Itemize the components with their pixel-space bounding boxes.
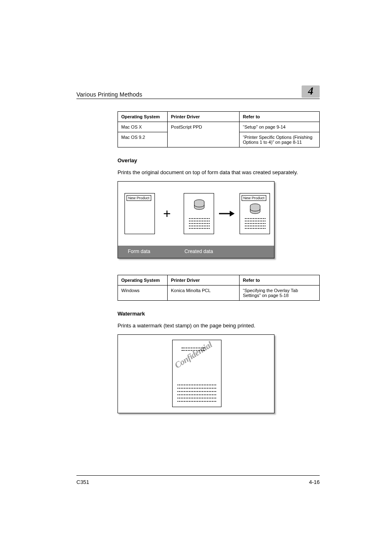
td-driver: Konica Minolta PCL: [168, 285, 240, 300]
footer-left: C351: [76, 479, 89, 485]
td-os: Mac OS 9.2: [118, 132, 168, 147]
td-os: Windows: [118, 285, 168, 300]
created-caption: Created data: [184, 249, 213, 254]
th-refer: Refer to: [240, 112, 320, 122]
new-product-label: New Product: [242, 195, 266, 201]
page-footer: C351 4-16: [76, 475, 320, 485]
database-icon: [249, 203, 262, 216]
text-lines-icon: [245, 217, 265, 230]
table-row: Operating System Printer Driver Refer to: [118, 275, 320, 285]
new-product-label: New Product: [127, 195, 151, 201]
th-driver: Printer Driver: [168, 275, 240, 285]
watermark-heading: Watermark: [118, 311, 320, 317]
th-os: Operating System: [118, 112, 168, 122]
watermark-desc: Prints a watermark (text stamp) on the p…: [118, 322, 320, 329]
watermark-diagram: Confidential: [118, 334, 274, 413]
text-lines-icon: [189, 217, 210, 230]
windows-driver-table: Operating System Printer Driver Refer to…: [118, 275, 320, 301]
td-refer: “Printer Specific Options (Finishing Opt…: [240, 132, 320, 147]
svg-marker-2: [230, 211, 235, 216]
th-refer: Refer to: [240, 275, 320, 285]
chapter-number: 4: [308, 85, 314, 98]
page-header: Various Printing Methods 4: [76, 85, 320, 99]
text-lines-icon: [178, 383, 216, 403]
form-page-icon: New Product: [125, 193, 155, 234]
overlay-diagram: New Product + New Product: [118, 181, 274, 258]
td-refer: “Specifying the Overlay Tab Settings” on…: [240, 285, 320, 300]
overlay-heading: Overlay: [118, 157, 320, 164]
watermarked-page-icon: Confidential: [172, 340, 221, 407]
arrow-right-icon: [219, 210, 235, 217]
database-icon: [193, 199, 206, 212]
td-os: Mac OS X: [118, 122, 168, 132]
th-os: Operating System: [118, 275, 168, 285]
table-row: Mac OS X PostScript PPD “Setup” on page …: [118, 122, 320, 132]
td-refer: “Setup” on page 9-14: [240, 122, 320, 132]
table-row: Operating System Printer Driver Refer to: [118, 112, 320, 122]
form-caption: Form data: [128, 249, 150, 254]
chapter-box: 4: [302, 85, 320, 98]
td-driver: PostScript PPD: [168, 122, 240, 147]
th-driver: Printer Driver: [168, 112, 240, 122]
footer-right: 4-16: [309, 479, 320, 485]
result-page-icon: New Product: [240, 193, 270, 234]
header-title: Various Printing Methods: [76, 91, 142, 98]
overlay-desc: Prints the original document on top of f…: [118, 169, 320, 176]
mac-driver-table: Operating System Printer Driver Refer to…: [118, 111, 320, 147]
plus-icon: +: [163, 207, 171, 220]
diagram-captions: Form data Created data: [118, 246, 274, 258]
created-page-icon: [184, 193, 214, 234]
table-row: Windows Konica Minolta PCL “Specifying t…: [118, 285, 320, 300]
watermark-text: Confidential: [173, 340, 214, 371]
